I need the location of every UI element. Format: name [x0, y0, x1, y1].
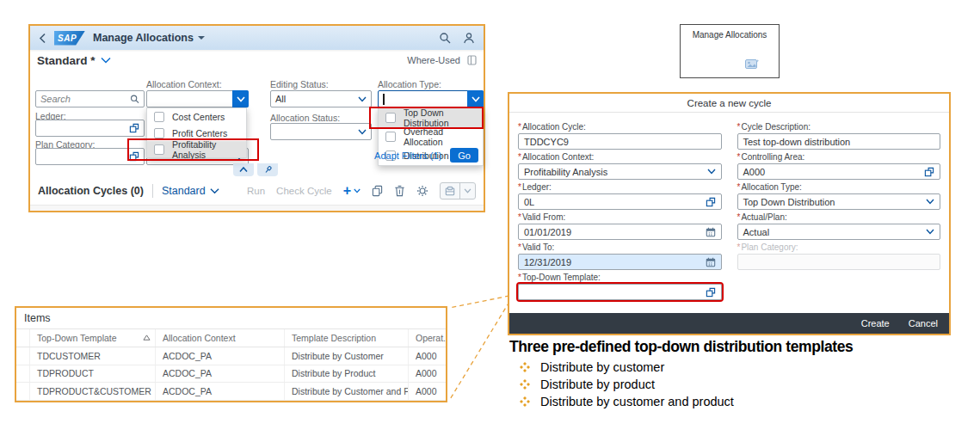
allocation-type-combobox[interactable] — [378, 90, 484, 107]
adapt-layout-icon[interactable] — [467, 55, 477, 65]
allocation-context-dropdown-button[interactable] — [232, 90, 249, 107]
collapse-filter-bar-button[interactable] — [233, 163, 254, 176]
allocation-status-select[interactable] — [270, 123, 372, 140]
value-help-icon[interactable] — [706, 197, 716, 207]
diamond-bullet-icon — [520, 362, 530, 372]
toolbar-separator — [152, 184, 153, 198]
note-bullet-item: Distribute by product — [509, 376, 965, 393]
column-header-template-description[interactable]: Template Description — [284, 329, 408, 347]
adapt-filters-link[interactable]: Adapt Filters (1) — [374, 150, 441, 161]
allocation-type-label: Allocation Type: — [378, 79, 441, 89]
checkbox[interactable] — [154, 144, 164, 155]
allocation-context-select[interactable]: Profitability Analysis — [518, 163, 722, 180]
export-split-button[interactable] — [440, 182, 476, 200]
run-button[interactable]: Run — [247, 186, 265, 196]
selection-column-header — [16, 329, 29, 347]
plan-category-field: *Plan Category: — [737, 242, 941, 273]
search-field-icon[interactable] — [130, 94, 139, 104]
chevron-down-icon — [358, 129, 367, 135]
check-cycle-button[interactable]: Check Cycle — [276, 186, 332, 196]
valid-from-datepicker[interactable]: 01/01/2019 — [518, 224, 722, 240]
cancel-button[interactable]: Cancel — [909, 318, 938, 328]
annotation-note: Three pre-defined top-down distribution … — [509, 338, 965, 410]
valid-from-field: *Valid From: 01/01/2019 — [518, 212, 722, 242]
value-help-icon[interactable] — [129, 151, 139, 162]
column-header-top-down-template[interactable]: Top-Down Template — [29, 329, 155, 347]
create-cycle-dialog: Create a new cycle *Allocation Cycle: TD… — [508, 92, 951, 335]
checkbox[interactable] — [385, 132, 396, 142]
app-title-caret-icon — [198, 36, 205, 43]
chevron-up-icon — [239, 167, 248, 173]
delete-button[interactable] — [394, 185, 405, 197]
ledger-input[interactable] — [35, 120, 145, 137]
allocation-context-combobox[interactable] — [146, 90, 249, 107]
table-row[interactable]: TDPRODUCT ACDOC_PA Distribute by Product… — [16, 365, 446, 384]
allocation-cycle-field: *Allocation Cycle: TDDCYC9 — [518, 122, 722, 152]
top-down-template-input[interactable] — [518, 284, 722, 300]
export-icon[interactable] — [441, 183, 460, 199]
valid-to-datepicker[interactable]: 12/31/2019 — [518, 254, 722, 270]
search-icon[interactable] — [439, 32, 451, 44]
search-input[interactable] — [40, 91, 130, 107]
user-profile-icon[interactable] — [463, 32, 475, 44]
table-variant-selector[interactable]: Standard — [162, 185, 219, 197]
checkbox[interactable] — [154, 128, 164, 138]
items-panel: Items Top-Down Template Allocation Conte… — [15, 306, 447, 402]
column-header-allocation-context[interactable]: Allocation Context — [155, 329, 284, 347]
items-table-header: Top-Down Template Allocation Context Tem… — [16, 328, 446, 347]
option-cost-centers[interactable]: Cost Centers — [147, 108, 246, 125]
create-button[interactable]: Create — [861, 318, 890, 328]
text-cursor — [383, 94, 385, 105]
cycle-description-input[interactable]: Test top-down distribution — [737, 133, 941, 150]
ledger-field: *Ledger: 0L — [518, 182, 722, 212]
tile-title: Manage Allocations — [681, 25, 779, 40]
table-row[interactable]: TDCUSTOMER ACDOC_PA Distribute by Custom… — [16, 347, 446, 365]
table-row[interactable]: TDPRODUCT&CUSTOMER ACDOC_PA Distribute b… — [16, 383, 446, 401]
sap-logo: SAP — [54, 31, 85, 46]
allocation-type-select[interactable]: Top Down Distribution — [737, 193, 941, 210]
calendar-icon[interactable] — [706, 227, 716, 237]
column-header-operating[interactable]: Operat... — [408, 329, 446, 347]
allocation-type-field: *Allocation Type: Top Down Distribution — [737, 182, 941, 212]
go-button[interactable]: Go — [450, 148, 478, 163]
search-field[interactable] — [35, 90, 145, 107]
ledger-input[interactable]: 0L — [518, 193, 722, 210]
pin-filter-bar-button[interactable] — [257, 163, 278, 176]
checkbox[interactable] — [154, 112, 164, 122]
valid-to-field: *Valid To: 12/31/2019 — [518, 242, 722, 273]
dialog-title: Create a new cycle — [509, 94, 949, 113]
plan-category-input-disabled — [737, 254, 941, 270]
allocation-type-dropdown-button[interactable] — [467, 90, 484, 107]
value-help-icon[interactable] — [129, 123, 139, 133]
actual-plan-select[interactable]: Actual — [737, 224, 941, 240]
back-icon[interactable] — [39, 33, 46, 44]
copy-button[interactable] — [372, 185, 383, 197]
top-down-template-field: *Top-Down Template: — [518, 273, 722, 303]
variant-selector[interactable]: Standard * — [37, 54, 111, 67]
actual-plan-field: *Actual/Plan: Actual — [737, 212, 941, 242]
checkbox[interactable] — [385, 113, 396, 123]
allocation-cycles-toolbar: Allocation Cycles (0) Standard Run Check… — [30, 177, 484, 205]
calendar-icon[interactable] — [706, 257, 716, 267]
app-title-menu[interactable]: Manage Allocations — [93, 32, 205, 44]
allocation-cycle-input[interactable]: TDDCYC9 — [518, 133, 722, 150]
allocation-context-dropdown-list: Cost Centers Profit Centers Profitabilit… — [146, 107, 247, 158]
note-bullet-item: Distribute by customer — [509, 359, 965, 376]
add-cycle-button[interactable]: + — [343, 184, 361, 198]
plan-category-input[interactable] — [35, 148, 145, 165]
sort-ascending-icon — [143, 335, 151, 341]
chevron-down-icon — [926, 229, 934, 235]
settings-gear-icon[interactable] — [416, 185, 428, 197]
items-panel-title: Items — [16, 308, 446, 328]
controlling-area-input[interactable]: A000 — [737, 163, 941, 180]
editing-status-select[interactable]: All — [270, 90, 372, 107]
option-profitability-analysis[interactable]: Profitability Analysis — [147, 141, 246, 157]
option-overhead-allocation[interactable]: Overhead Allocation — [379, 127, 483, 146]
option-top-down-distribution[interactable]: Top Down Distribution — [379, 108, 483, 127]
value-help-icon[interactable] — [706, 287, 716, 298]
export-menu-chevron-icon[interactable] — [460, 183, 475, 199]
allocation-context-label: Allocation Context: — [146, 79, 222, 89]
where-used-button[interactable]: Where-Used — [407, 55, 460, 65]
manage-allocations-tile[interactable]: Manage Allocations — [680, 24, 780, 78]
value-help-icon[interactable] — [924, 167, 934, 177]
